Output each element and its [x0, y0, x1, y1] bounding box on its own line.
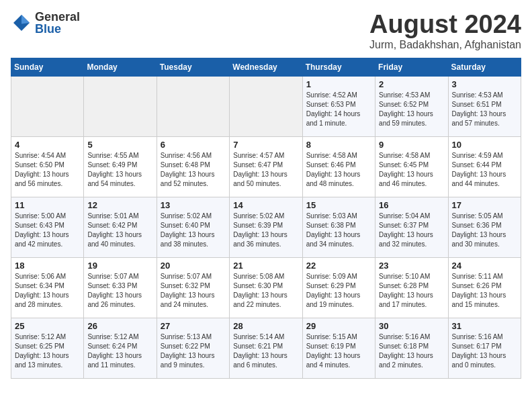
day-number: 12	[87, 200, 152, 210]
day-info: Sunrise: 4:53 AM Sunset: 6:52 PM Dayligh…	[379, 91, 444, 128]
day-number: 11	[15, 200, 80, 210]
day-number: 7	[233, 140, 298, 150]
logo-general-text: General	[35, 11, 80, 23]
calendar-cell: 3Sunrise: 4:53 AM Sunset: 6:51 PM Daylig…	[448, 76, 521, 136]
calendar-cell: 1Sunrise: 4:52 AM Sunset: 6:53 PM Daylig…	[302, 76, 375, 136]
calendar-cell: 18Sunrise: 5:06 AM Sunset: 6:34 PM Dayli…	[11, 257, 84, 318]
calendar-cell: 30Sunrise: 5:16 AM Sunset: 6:18 PM Dayli…	[375, 318, 448, 378]
calendar-cell: 28Sunrise: 5:14 AM Sunset: 6:21 PM Dayli…	[230, 318, 302, 378]
calendar-cell: 9Sunrise: 4:58 AM Sunset: 6:45 PM Daylig…	[375, 136, 448, 197]
calendar-cell: 7Sunrise: 4:57 AM Sunset: 6:47 PM Daylig…	[230, 136, 302, 197]
page-header: General Blue August 2024 Jurm, Badakhsha…	[11, 11, 521, 51]
calendar-cell: 8Sunrise: 4:58 AM Sunset: 6:46 PM Daylig…	[302, 136, 375, 197]
calendar-cell: 11Sunrise: 5:00 AM Sunset: 6:43 PM Dayli…	[11, 197, 84, 257]
logo-blue-text: Blue	[35, 23, 80, 35]
day-info: Sunrise: 4:58 AM Sunset: 6:46 PM Dayligh…	[306, 151, 371, 189]
day-number: 2	[379, 79, 444, 89]
logo: General Blue	[11, 11, 80, 35]
day-info: Sunrise: 5:05 AM Sunset: 6:36 PM Dayligh…	[452, 212, 517, 249]
weekday-header-friday: Friday	[375, 58, 448, 76]
weekday-header-wednesday: Wednesday	[230, 58, 302, 76]
calendar-cell	[157, 76, 229, 136]
day-number: 27	[161, 321, 226, 331]
day-info: Sunrise: 5:15 AM Sunset: 6:19 PM Dayligh…	[306, 332, 371, 370]
day-info: Sunrise: 4:55 AM Sunset: 6:49 PM Dayligh…	[87, 151, 152, 189]
calendar-week-row: 4Sunrise: 4:54 AM Sunset: 6:50 PM Daylig…	[11, 136, 521, 197]
title-block: August 2024 Jurm, Badakhshan, Afghanista…	[369, 11, 521, 51]
day-number: 29	[306, 321, 371, 331]
calendar-cell: 31Sunrise: 5:16 AM Sunset: 6:17 PM Dayli…	[448, 318, 521, 378]
day-info: Sunrise: 4:54 AM Sunset: 6:50 PM Dayligh…	[15, 151, 80, 189]
calendar-cell: 5Sunrise: 4:55 AM Sunset: 6:49 PM Daylig…	[84, 136, 157, 197]
calendar-table: SundayMondayTuesdayWednesdayThursdayFrid…	[11, 58, 521, 379]
day-number: 9	[379, 140, 444, 150]
weekday-header-sunday: Sunday	[11, 58, 84, 76]
month-year-title: August 2024	[369, 11, 521, 39]
day-info: Sunrise: 5:11 AM Sunset: 6:26 PM Dayligh…	[452, 272, 517, 310]
day-info: Sunrise: 5:16 AM Sunset: 6:17 PM Dayligh…	[452, 332, 517, 370]
day-number: 25	[15, 321, 80, 331]
day-number: 5	[87, 140, 152, 150]
weekday-header-tuesday: Tuesday	[157, 58, 229, 76]
day-number: 14	[233, 200, 298, 210]
day-info: Sunrise: 5:09 AM Sunset: 6:29 PM Dayligh…	[306, 272, 371, 310]
day-info: Sunrise: 5:04 AM Sunset: 6:37 PM Dayligh…	[379, 212, 444, 249]
day-info: Sunrise: 5:12 AM Sunset: 6:24 PM Dayligh…	[87, 332, 152, 370]
logo-icon	[11, 12, 32, 34]
day-info: Sunrise: 4:57 AM Sunset: 6:47 PM Dayligh…	[233, 151, 298, 189]
calendar-cell: 21Sunrise: 5:08 AM Sunset: 6:30 PM Dayli…	[230, 257, 302, 318]
day-info: Sunrise: 5:03 AM Sunset: 6:38 PM Dayligh…	[306, 212, 371, 249]
day-number: 24	[452, 261, 517, 271]
day-number: 1	[306, 79, 371, 89]
calendar-week-row: 11Sunrise: 5:00 AM Sunset: 6:43 PM Dayli…	[11, 197, 521, 257]
day-number: 6	[161, 140, 226, 150]
calendar-cell: 10Sunrise: 4:59 AM Sunset: 6:44 PM Dayli…	[448, 136, 521, 197]
calendar-cell: 12Sunrise: 5:01 AM Sunset: 6:42 PM Dayli…	[84, 197, 157, 257]
calendar-cell: 17Sunrise: 5:05 AM Sunset: 6:36 PM Dayli…	[448, 197, 521, 257]
day-number: 30	[379, 321, 444, 331]
day-number: 13	[161, 200, 226, 210]
calendar-cell: 26Sunrise: 5:12 AM Sunset: 6:24 PM Dayli…	[84, 318, 157, 378]
day-info: Sunrise: 4:52 AM Sunset: 6:53 PM Dayligh…	[306, 91, 371, 128]
calendar-cell: 22Sunrise: 5:09 AM Sunset: 6:29 PM Dayli…	[302, 257, 375, 318]
day-number: 23	[379, 261, 444, 271]
day-number: 20	[161, 261, 226, 271]
day-info: Sunrise: 5:02 AM Sunset: 6:40 PM Dayligh…	[161, 212, 226, 249]
day-info: Sunrise: 5:06 AM Sunset: 6:34 PM Dayligh…	[15, 272, 80, 310]
logo-text: General Blue	[35, 11, 80, 35]
day-number: 16	[379, 200, 444, 210]
day-info: Sunrise: 5:07 AM Sunset: 6:32 PM Dayligh…	[161, 272, 226, 310]
svg-marker-1	[21, 15, 30, 24]
day-info: Sunrise: 5:16 AM Sunset: 6:18 PM Dayligh…	[379, 332, 444, 370]
day-info: Sunrise: 5:01 AM Sunset: 6:42 PM Dayligh…	[87, 212, 152, 249]
calendar-cell: 27Sunrise: 5:13 AM Sunset: 6:22 PM Dayli…	[157, 318, 229, 378]
day-number: 19	[87, 261, 152, 271]
day-number: 10	[452, 140, 517, 150]
day-number: 8	[306, 140, 371, 150]
day-info: Sunrise: 5:00 AM Sunset: 6:43 PM Dayligh…	[15, 212, 80, 249]
day-info: Sunrise: 4:53 AM Sunset: 6:51 PM Dayligh…	[452, 91, 517, 128]
location-subtitle: Jurm, Badakhshan, Afghanistan	[369, 39, 521, 51]
day-number: 17	[452, 200, 517, 210]
calendar-cell: 29Sunrise: 5:15 AM Sunset: 6:19 PM Dayli…	[302, 318, 375, 378]
calendar-cell	[11, 76, 84, 136]
day-number: 21	[233, 261, 298, 271]
day-number: 26	[87, 321, 152, 331]
day-number: 18	[15, 261, 80, 271]
calendar-cell: 13Sunrise: 5:02 AM Sunset: 6:40 PM Dayli…	[157, 197, 229, 257]
day-number: 22	[306, 261, 371, 271]
calendar-cell: 6Sunrise: 4:56 AM Sunset: 6:48 PM Daylig…	[157, 136, 229, 197]
calendar-cell: 19Sunrise: 5:07 AM Sunset: 6:33 PM Dayli…	[84, 257, 157, 318]
calendar-week-row: 18Sunrise: 5:06 AM Sunset: 6:34 PM Dayli…	[11, 257, 521, 318]
calendar-cell: 14Sunrise: 5:02 AM Sunset: 6:39 PM Dayli…	[230, 197, 302, 257]
calendar-cell: 15Sunrise: 5:03 AM Sunset: 6:38 PM Dayli…	[302, 197, 375, 257]
day-info: Sunrise: 4:58 AM Sunset: 6:45 PM Dayligh…	[379, 151, 444, 189]
calendar-week-row: 1Sunrise: 4:52 AM Sunset: 6:53 PM Daylig…	[11, 76, 521, 136]
day-number: 28	[233, 321, 298, 331]
day-info: Sunrise: 5:14 AM Sunset: 6:21 PM Dayligh…	[233, 332, 298, 370]
day-info: Sunrise: 4:56 AM Sunset: 6:48 PM Dayligh…	[161, 151, 226, 189]
day-number: 4	[15, 140, 80, 150]
weekday-header-thursday: Thursday	[302, 58, 375, 76]
calendar-cell: 20Sunrise: 5:07 AM Sunset: 6:32 PM Dayli…	[157, 257, 229, 318]
day-info: Sunrise: 5:02 AM Sunset: 6:39 PM Dayligh…	[233, 212, 298, 249]
